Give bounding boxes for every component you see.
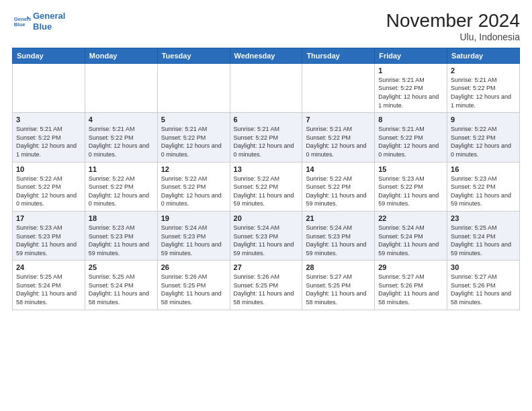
day-number: 3 — [16, 116, 81, 124]
day-info: Sunrise: 5:22 AM Sunset: 5:22 PM Dayligh… — [161, 175, 226, 208]
day-number: 16 — [451, 165, 516, 173]
header-friday: Friday — [375, 48, 447, 63]
day-number: 6 — [234, 116, 299, 124]
day-number: 29 — [378, 263, 443, 271]
week-row-1: 1Sunrise: 5:21 AM Sunset: 5:22 PM Daylig… — [13, 63, 520, 112]
table-row: 3Sunrise: 5:21 AM Sunset: 5:22 PM Daylig… — [13, 113, 85, 162]
table-row: 7Sunrise: 5:21 AM Sunset: 5:22 PM Daylig… — [302, 113, 375, 162]
day-info: Sunrise: 5:24 AM Sunset: 5:23 PM Dayligh… — [234, 224, 299, 257]
day-number: 15 — [378, 165, 443, 173]
day-info: Sunrise: 5:22 AM Sunset: 5:22 PM Dayligh… — [89, 175, 154, 208]
day-info: Sunrise: 5:25 AM Sunset: 5:24 PM Dayligh… — [451, 224, 516, 257]
day-info: Sunrise: 5:27 AM Sunset: 5:26 PM Dayligh… — [451, 273, 516, 306]
day-info: Sunrise: 5:24 AM Sunset: 5:24 PM Dayligh… — [378, 224, 443, 257]
day-number: 25 — [89, 263, 154, 271]
day-number: 13 — [234, 165, 299, 173]
week-row-3: 10Sunrise: 5:22 AM Sunset: 5:22 PM Dayli… — [13, 162, 520, 211]
table-row: 6Sunrise: 5:21 AM Sunset: 5:22 PM Daylig… — [230, 113, 302, 162]
day-info: Sunrise: 5:22 AM Sunset: 5:22 PM Dayligh… — [451, 125, 516, 158]
logo-line1: General — [33, 11, 65, 21]
logo: General Blue General Blue — [12, 11, 65, 32]
table-row — [157, 63, 230, 112]
day-info: Sunrise: 5:21 AM Sunset: 5:22 PM Dayligh… — [161, 125, 226, 158]
day-info: Sunrise: 5:23 AM Sunset: 5:23 PM Dayligh… — [89, 224, 154, 257]
table-row: 25Sunrise: 5:25 AM Sunset: 5:24 PM Dayli… — [85, 261, 157, 310]
day-number: 8 — [378, 116, 443, 124]
day-number: 26 — [161, 263, 226, 271]
header-tuesday: Tuesday — [157, 48, 230, 63]
day-number: 23 — [451, 214, 516, 222]
day-number: 30 — [451, 263, 516, 271]
day-number: 21 — [306, 214, 371, 222]
day-info: Sunrise: 5:22 AM Sunset: 5:22 PM Dayligh… — [234, 175, 299, 208]
day-info: Sunrise: 5:24 AM Sunset: 5:23 PM Dayligh… — [161, 224, 226, 257]
day-info: Sunrise: 5:22 AM Sunset: 5:22 PM Dayligh… — [306, 175, 371, 208]
table-row: 14Sunrise: 5:22 AM Sunset: 5:22 PM Dayli… — [302, 162, 375, 211]
day-info: Sunrise: 5:21 AM Sunset: 5:22 PM Dayligh… — [89, 125, 154, 158]
logo-icon: General Blue — [12, 12, 31, 31]
page: General Blue General Blue November 2024 … — [0, 0, 532, 411]
table-row: 13Sunrise: 5:22 AM Sunset: 5:22 PM Dayli… — [230, 162, 302, 211]
day-number: 2 — [451, 66, 516, 75]
week-row-2: 3Sunrise: 5:21 AM Sunset: 5:22 PM Daylig… — [13, 113, 520, 162]
table-row: 5Sunrise: 5:21 AM Sunset: 5:22 PM Daylig… — [157, 113, 230, 162]
day-number: 20 — [234, 214, 299, 222]
table-row: 4Sunrise: 5:21 AM Sunset: 5:22 PM Daylig… — [85, 113, 157, 162]
day-info: Sunrise: 5:21 AM Sunset: 5:22 PM Dayligh… — [451, 76, 516, 109]
table-row: 17Sunrise: 5:23 AM Sunset: 5:23 PM Dayli… — [13, 211, 85, 260]
table-row: 10Sunrise: 5:22 AM Sunset: 5:22 PM Dayli… — [13, 162, 85, 211]
table-row: 9Sunrise: 5:22 AM Sunset: 5:22 PM Daylig… — [447, 113, 520, 162]
weekday-header-row: Sunday Monday Tuesday Wednesday Thursday… — [13, 48, 520, 63]
day-info: Sunrise: 5:25 AM Sunset: 5:24 PM Dayligh… — [16, 273, 81, 306]
day-info: Sunrise: 5:27 AM Sunset: 5:26 PM Dayligh… — [378, 273, 443, 306]
day-info: Sunrise: 5:21 AM Sunset: 5:22 PM Dayligh… — [378, 76, 443, 109]
header: General Blue General Blue November 2024 … — [12, 11, 520, 42]
svg-text:Blue: Blue — [14, 21, 26, 28]
week-row-5: 24Sunrise: 5:25 AM Sunset: 5:24 PM Dayli… — [13, 261, 520, 310]
day-number: 22 — [378, 214, 443, 222]
header-saturday: Saturday — [447, 48, 520, 63]
day-number: 1 — [378, 66, 443, 75]
table-row: 23Sunrise: 5:25 AM Sunset: 5:24 PM Dayli… — [447, 211, 520, 260]
table-row — [13, 63, 85, 112]
table-row — [230, 63, 302, 112]
table-row: 1Sunrise: 5:21 AM Sunset: 5:22 PM Daylig… — [375, 63, 447, 112]
day-number: 27 — [234, 263, 299, 271]
day-number: 19 — [161, 214, 226, 222]
header-sunday: Sunday — [13, 48, 85, 63]
day-info: Sunrise: 5:21 AM Sunset: 5:22 PM Dayligh… — [16, 125, 81, 158]
day-info: Sunrise: 5:25 AM Sunset: 5:24 PM Dayligh… — [89, 273, 154, 306]
logo-line2: Blue — [33, 21, 65, 32]
table-row: 15Sunrise: 5:23 AM Sunset: 5:22 PM Dayli… — [375, 162, 447, 211]
day-number: 18 — [89, 214, 154, 222]
week-row-4: 17Sunrise: 5:23 AM Sunset: 5:23 PM Dayli… — [13, 211, 520, 260]
table-row: 28Sunrise: 5:27 AM Sunset: 5:25 PM Dayli… — [302, 261, 375, 310]
header-thursday: Thursday — [302, 48, 375, 63]
table-row — [302, 63, 375, 112]
table-row: 11Sunrise: 5:22 AM Sunset: 5:22 PM Dayli… — [85, 162, 157, 211]
calendar: Sunday Monday Tuesday Wednesday Thursday… — [12, 48, 520, 310]
header-monday: Monday — [85, 48, 157, 63]
title-block: November 2024 Ulu, Indonesia — [386, 11, 520, 42]
table-row: 30Sunrise: 5:27 AM Sunset: 5:26 PM Dayli… — [447, 261, 520, 310]
day-info: Sunrise: 5:24 AM Sunset: 5:23 PM Dayligh… — [306, 224, 371, 257]
table-row: 2Sunrise: 5:21 AM Sunset: 5:22 PM Daylig… — [447, 63, 520, 112]
day-number: 17 — [16, 214, 81, 222]
location: Ulu, Indonesia — [386, 32, 520, 42]
table-row: 26Sunrise: 5:26 AM Sunset: 5:25 PM Dayli… — [157, 261, 230, 310]
day-info: Sunrise: 5:21 AM Sunset: 5:22 PM Dayligh… — [378, 125, 443, 158]
table-row: 12Sunrise: 5:22 AM Sunset: 5:22 PM Dayli… — [157, 162, 230, 211]
day-info: Sunrise: 5:26 AM Sunset: 5:25 PM Dayligh… — [161, 273, 226, 306]
svg-text:General: General — [14, 15, 31, 21]
day-info: Sunrise: 5:23 AM Sunset: 5:22 PM Dayligh… — [451, 175, 516, 208]
day-info: Sunrise: 5:21 AM Sunset: 5:22 PM Dayligh… — [234, 125, 299, 158]
day-number: 10 — [16, 165, 81, 173]
day-number: 9 — [451, 116, 516, 124]
table-row: 21Sunrise: 5:24 AM Sunset: 5:23 PM Dayli… — [302, 211, 375, 260]
table-row: 20Sunrise: 5:24 AM Sunset: 5:23 PM Dayli… — [230, 211, 302, 260]
month-title: November 2024 — [386, 11, 520, 32]
table-row: 24Sunrise: 5:25 AM Sunset: 5:24 PM Dayli… — [13, 261, 85, 310]
day-number: 28 — [306, 263, 371, 271]
day-number: 12 — [161, 165, 226, 173]
table-row: 22Sunrise: 5:24 AM Sunset: 5:24 PM Dayli… — [375, 211, 447, 260]
